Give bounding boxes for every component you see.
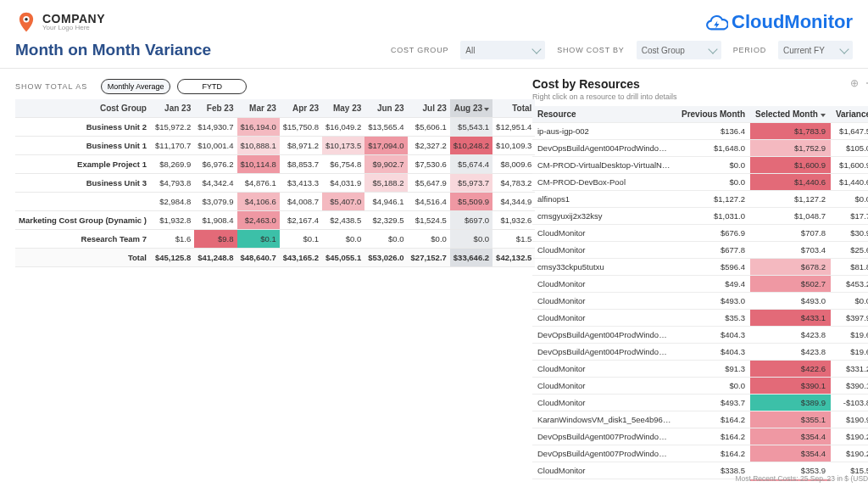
- segment-monthly-average[interactable]: Monthly Average: [101, 79, 170, 94]
- grid-cell[interactable]: $13,565.4: [364, 118, 407, 137]
- grid-cell[interactable]: $3,079.9: [194, 193, 236, 211]
- grid-cell[interactable]: $10,173.5: [322, 137, 364, 155]
- grid-cell[interactable]: $0.0: [322, 230, 364, 249]
- resource-row[interactable]: KaranWindowsVM_disk1_5ee4b96d351948a...$…: [532, 411, 868, 428]
- grid-cell[interactable]: $5,407.0: [322, 193, 364, 211]
- grid-cell[interactable]: $0.0: [364, 230, 407, 249]
- resource-row[interactable]: cmsgyuxij2x32ksy$1,031.0$1,048.7$17.7: [532, 208, 868, 225]
- grid-cell[interactable]: $2,329.5: [364, 211, 407, 230]
- grid-cell[interactable]: $11,170.7: [152, 137, 194, 155]
- period-select[interactable]: Current FY: [778, 41, 853, 59]
- grid-cell[interactable]: $8,853.7: [280, 155, 322, 174]
- grid-row[interactable]: Business Unit 1$11,170.7$10,001.4$10,888…: [15, 137, 535, 155]
- grid-cell[interactable]: $1,908.4: [194, 211, 236, 230]
- grid-row[interactable]: Business Unit 2$15,972.2$14,930.7$16,194…: [15, 118, 535, 137]
- resource-row[interactable]: DevOpsBuildAgent004ProdWindowsVM_OsD...$…: [532, 344, 868, 361]
- focus-icon[interactable]: ⊕: [850, 77, 859, 89]
- grid-col-may23[interactable]: May 23: [322, 99, 364, 118]
- grid-cell[interactable]: $10,001.4: [194, 137, 236, 155]
- grid-cell[interactable]: $4,342.4: [194, 174, 236, 193]
- resource-row[interactable]: CM-PROD-DevBox-Pool$0.0$1,440.6$1,440.6: [532, 174, 868, 191]
- grid-cell[interactable]: $5,543.1: [450, 118, 492, 137]
- res-col-resource[interactable]: Resource: [532, 106, 676, 123]
- resource-row[interactable]: CloudMonitor$493.0$493.0$0.0: [532, 293, 868, 310]
- grid-cell[interactable]: $697.0: [450, 211, 492, 230]
- grid-col-jun23[interactable]: Jun 23: [364, 99, 407, 118]
- resource-row[interactable]: CloudMonitor$676.9$707.8$30.9: [532, 225, 868, 242]
- grid-row[interactable]: Research Team 7$1.6$9.8$0.1$0.1$0.0$0.0$…: [15, 230, 535, 249]
- resources-list[interactable]: ResourcePrevious MonthSelected MonthVari…: [532, 106, 868, 481]
- resource-row[interactable]: CloudMonitor$35.3$433.1$397.9: [532, 310, 868, 327]
- grid-cell[interactable]: $4,793.8: [152, 174, 194, 193]
- grid-cell[interactable]: $14,930.7: [194, 118, 236, 137]
- grid-cell[interactable]: $4,946.1: [364, 193, 407, 211]
- grid-cell[interactable]: $7,530.6: [408, 155, 450, 174]
- resource-row[interactable]: cmsy33ckpu5tutxu$596.4$678.2$81.8: [532, 259, 868, 276]
- grid-cell[interactable]: $10,114.8: [237, 155, 280, 174]
- resource-row[interactable]: alfinops1$1,127.2$1,127.2$0.0: [532, 191, 868, 208]
- grid-cell[interactable]: $4,876.1: [237, 174, 280, 193]
- grid-cell[interactable]: $5,647.9: [408, 174, 450, 193]
- grid-row[interactable]: Example Project 1$8,269.9$6,976.2$10,114…: [15, 155, 535, 174]
- grid-cell[interactable]: $0.1: [237, 230, 280, 249]
- grid-cell[interactable]: $10,248.2: [450, 137, 492, 155]
- grid-cell[interactable]: $10,888.1: [237, 137, 280, 155]
- grid-cell[interactable]: $5,606.1: [408, 118, 450, 137]
- resource-row[interactable]: ip-aus-igp-002$136.4$1,783.9$1,647.5: [532, 123, 868, 140]
- grid-cell[interactable]: $0.1: [280, 230, 322, 249]
- res-col-sel[interactable]: Selected Month: [750, 106, 831, 123]
- cost-group-select[interactable]: All: [460, 41, 545, 59]
- grid-cell[interactable]: $9,902.7: [364, 155, 407, 174]
- grid-cell[interactable]: $4,008.7: [280, 193, 322, 211]
- grid-cell[interactable]: $0.0: [450, 230, 492, 249]
- grid-cell[interactable]: $6,754.8: [322, 155, 364, 174]
- resource-row[interactable]: DevOpsBuildAgent004ProdWindowsVM$1,648.0…: [532, 140, 868, 157]
- grid-cell[interactable]: $2,327.2: [408, 137, 450, 155]
- variance-grid[interactable]: Cost GroupJan 23Feb 23Mar 23Apr 23May 23…: [15, 99, 535, 267]
- grid-cell[interactable]: $16,049.2: [322, 118, 364, 137]
- grid-row[interactable]: Business Unit 3$4,793.8$4,342.4$4,876.1$…: [15, 174, 535, 193]
- resource-row[interactable]: DevOpsBuildAgent007ProdWindowsVM_Dat...$…: [532, 428, 868, 445]
- grid-cell[interactable]: $8,269.9: [152, 155, 194, 174]
- resource-row[interactable]: DevOpsBuildAgent004ProdWindowsVM_Dat...$…: [532, 327, 868, 344]
- show-cost-by-select[interactable]: Cost Group: [637, 41, 721, 59]
- grid-row[interactable]: $2,984.8$3,079.9$4,106.6$4,008.7$5,407.0…: [15, 193, 535, 211]
- resource-row[interactable]: CloudMonitor$493.7$389.9-$103.8: [532, 395, 868, 411]
- grid-cell[interactable]: $5,674.4: [450, 155, 492, 174]
- grid-cell[interactable]: $1,932.8: [152, 211, 194, 230]
- grid-cell[interactable]: $3,413.3: [280, 174, 322, 193]
- grid-cell[interactable]: $8,971.2: [280, 137, 322, 155]
- grid-cell[interactable]: $15,972.2: [152, 118, 194, 137]
- grid-cell[interactable]: $2,167.4: [280, 211, 322, 230]
- grid-cell[interactable]: $0.0: [408, 230, 450, 249]
- grid-col-apr23[interactable]: Apr 23: [280, 99, 322, 118]
- resource-row[interactable]: CloudMonitor$677.8$703.4$25.6: [532, 242, 868, 259]
- grid-cell[interactable]: $5,509.9: [450, 193, 492, 211]
- grid-cell[interactable]: $1.6: [152, 230, 194, 249]
- grid-cell[interactable]: $9.8: [194, 230, 236, 249]
- grid-cell[interactable]: $6,976.2: [194, 155, 236, 174]
- resource-row[interactable]: DevOpsBuildAgent007ProdWindowsVM_OsD...$…: [532, 445, 868, 462]
- res-col-var[interactable]: Variance: [831, 106, 868, 123]
- grid-col-jul23[interactable]: Jul 23: [408, 99, 450, 118]
- grid-col-jan23[interactable]: Jan 23: [152, 99, 194, 118]
- grid-cell[interactable]: $4,031.9: [322, 174, 364, 193]
- grid-cell[interactable]: $16,194.0: [237, 118, 280, 137]
- grid-cell[interactable]: $4,516.4: [408, 193, 450, 211]
- grid-cell[interactable]: $1,524.5: [408, 211, 450, 230]
- grid-cell[interactable]: $4,106.6: [237, 193, 280, 211]
- resource-row[interactable]: CloudMonitor$91.3$422.6$331.2: [532, 361, 868, 378]
- resource-row[interactable]: CloudMonitor$49.4$502.7$453.2: [532, 276, 868, 293]
- grid-col-aug23[interactable]: Aug 23: [450, 99, 492, 118]
- grid-cell[interactable]: $2,984.8: [152, 193, 194, 211]
- resource-row[interactable]: CloudMonitor$0.0$390.1$390.1: [532, 378, 868, 395]
- res-col-prev[interactable]: Previous Month: [676, 106, 750, 123]
- grid-col-feb23[interactable]: Feb 23: [194, 99, 236, 118]
- grid-row[interactable]: Marketing Cost Group (Dynamic )$1,932.8$…: [15, 211, 535, 230]
- grid-cell[interactable]: $5,188.2: [364, 174, 407, 193]
- segment-fytd[interactable]: FYTD: [177, 79, 247, 94]
- grid-col-mar23[interactable]: Mar 23: [237, 99, 280, 118]
- grid-cell[interactable]: $17,094.0: [364, 137, 407, 155]
- grid-rowheader[interactable]: Cost Group: [15, 99, 152, 118]
- grid-cell[interactable]: $15,750.8: [280, 118, 322, 137]
